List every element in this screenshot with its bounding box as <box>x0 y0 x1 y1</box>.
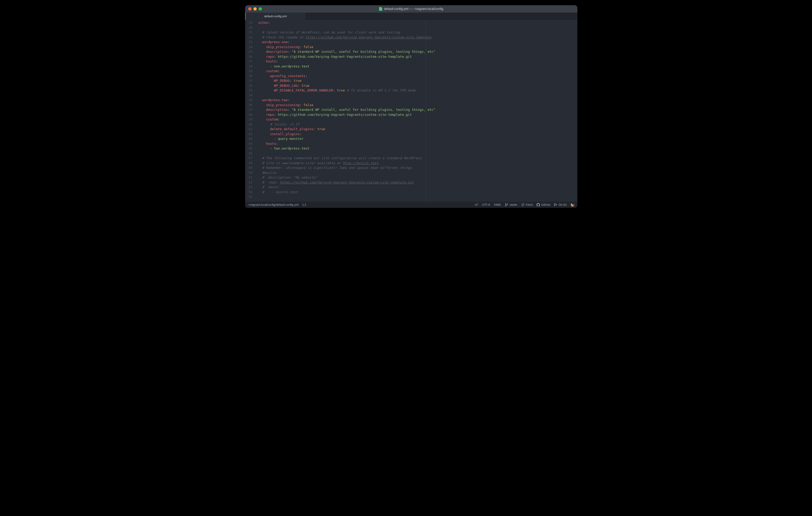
titlebar[interactable]: default-config.yml — ~/vagrant-local/con… <box>245 5 577 12</box>
status-encoding[interactable]: UTF-8 <box>482 203 490 206</box>
status-cursor-position[interactable]: 1:1 <box>302 203 306 206</box>
status-fetch-label: Fetch <box>526 203 533 206</box>
editor-window: default-config.yml — ~/vagrant-local/con… <box>245 5 577 208</box>
svg-point-2 <box>507 204 508 205</box>
tab-label: default-config.yml <box>264 14 287 18</box>
branch-icon <box>505 203 508 207</box>
svg-point-3 <box>554 203 555 204</box>
status-git[interactable]: Git (0) <box>554 203 567 207</box>
status-line-ending[interactable]: LF <box>475 203 478 206</box>
window-title: default-config.yml — ~/vagrant-local/con… <box>245 7 577 11</box>
status-fetch[interactable]: Fetch <box>521 203 533 207</box>
status-github-label: GitHub <box>541 203 550 206</box>
svg-point-4 <box>554 205 555 206</box>
status-git-branch[interactable]: stable <box>505 203 517 207</box>
minimize-icon[interactable] <box>254 7 257 10</box>
status-language[interactable]: YAML <box>494 203 501 206</box>
editor-pane[interactable]: 19 20 21 22 23 24 25 26 27 28 29 30 31 3… <box>245 20 577 202</box>
code-content[interactable]: sites: # latest version of WordPress, ca… <box>258 20 577 200</box>
svg-point-5 <box>556 205 557 205</box>
status-filepath[interactable]: ~/vagrant-local/config/default-config.ym… <box>248 203 298 206</box>
sync-icon <box>521 203 524 207</box>
squirrel-icon[interactable]: 🐿️ <box>570 203 575 207</box>
traffic-lights <box>245 7 262 10</box>
zoom-icon[interactable] <box>259 7 262 10</box>
status-branch-label: stable <box>510 203 517 206</box>
tab-bar[interactable]: default-config.yml <box>245 12 577 20</box>
status-github[interactable]: GitHub <box>536 203 550 207</box>
window-title-text: default-config.yml — ~/vagrant-local/con… <box>384 7 443 11</box>
git-icon <box>554 203 557 207</box>
tab-default-config[interactable]: default-config.yml <box>245 12 305 20</box>
svg-point-1 <box>505 206 506 206</box>
svg-point-0 <box>505 203 506 204</box>
line-number-gutter: 19 20 21 22 23 24 25 26 27 28 29 30 31 3… <box>245 20 255 202</box>
status-git-label: Git (0) <box>558 203 567 206</box>
file-icon <box>379 7 382 11</box>
status-bar: ~/vagrant-local/config/default-config.ym… <box>245 202 577 208</box>
close-icon[interactable] <box>248 7 252 10</box>
code-area[interactable]: sites: # latest version of WordPress, ca… <box>255 20 577 202</box>
github-icon <box>536 203 540 207</box>
